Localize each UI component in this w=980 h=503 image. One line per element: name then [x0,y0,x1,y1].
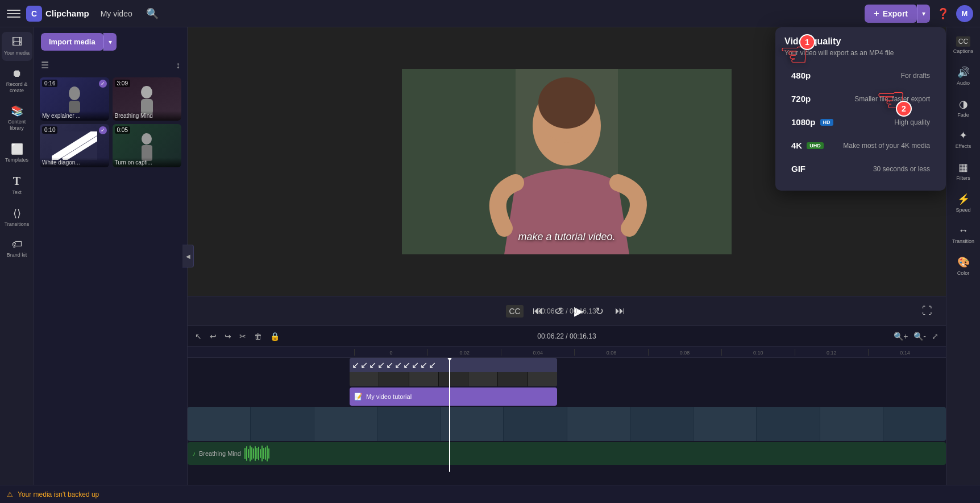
timeline-toolbar: ↖ ↩ ↪ ✂ 🗑 🔒 00:06.22 / 00:16.13 🔍+ 🔍- ⤢ [188,326,946,347]
media-duration-explainer: 0:16 [42,80,57,87]
topbar-left: C Clipchamp My video 🔍 [7,5,161,22]
music-track[interactable]: ♪ Breathing Mind [188,442,946,465]
main-video-track[interactable] [188,407,946,441]
sidebar-item-content-library[interactable]: 📚 Content library [2,100,32,136]
undo-button[interactable]: ↩ [208,330,218,343]
media-duration-breathing: 3:09 [115,80,130,87]
fullscreen-button[interactable]: ⛶ [920,303,935,319]
sidebar-item-color[interactable]: 🎨 Color [948,252,979,281]
ruler-mark-0: 0 [354,349,427,356]
export-caret-button[interactable]: ▾ [917,5,930,23]
ruler-marks: 0 0:02 0:04 0:06 0:08 0:10 0:12 0:14 [354,349,941,356]
sidebar-item-speed[interactable]: ⚡ Speed [948,188,979,218]
quality-option-1080p[interactable]: 1080p HD High quality [784,112,937,133]
ruler-mark-6: 0:12 [795,349,868,356]
sidebar-item-filters[interactable]: ▦ Filters [948,156,979,186]
quality-option-4k[interactable]: 4K UHD Make most of your 4K media [784,135,937,156]
color-icon: 🎨 [957,256,970,269]
ruler-mark-3: 0:06 [574,349,647,356]
sidebar-item-effects[interactable]: ✦ Effects [948,125,979,154]
media-item-captions[interactable]: 0:05 Turn on capti... [113,124,182,167]
content-library-icon: 📚 [11,105,23,117]
avatar[interactable]: M [956,5,973,22]
music-clip[interactable]: ♪ Breathing Mind [188,442,946,465]
collapse-panel-button[interactable]: ◀ [182,245,194,267]
svg-point-14 [538,77,595,129]
vframe-10 [757,407,820,441]
timecode-total: 00:16.13 [570,307,596,315]
quality-desc-480p: For drafts [901,72,930,80]
sort-icon[interactable]: ↕ [176,60,180,71]
export-button[interactable]: + Export [865,5,917,23]
zoom-out-button[interactable]: 🔍- [912,330,928,343]
timeline: ↖ ↩ ↪ ✂ 🗑 🔒 00:06.22 / 00:16.13 🔍+ 🔍- ⤢ … [188,325,946,485]
cut-tool-button[interactable]: ✂ [238,330,248,343]
sidebar-item-your-media[interactable]: 🎞 Your media [2,32,32,61]
main-video-clip[interactable] [188,407,946,441]
export-dropdown-title: Video quality [784,36,937,47]
preview-scene-svg [402,69,732,254]
video-title[interactable]: My video [95,7,138,20]
wave-7 [255,446,256,461]
filter-icon[interactable]: ☰ [41,60,49,71]
export-label: Export [883,9,908,18]
media-item-white-diag[interactable]: 0:10 White diagon... ✓ [40,124,109,167]
skip-to-end-button[interactable]: ⏭ [613,303,628,319]
sidebar-item-templates[interactable]: ⬜ Templates [2,138,32,168]
media-grid: 0:16 My explainer ... ✓ 3:09 Breathing M… [34,74,187,171]
sidebar-item-transition-right[interactable]: ↔ Transition [948,220,979,249]
audio-icon: 🔊 [957,66,970,79]
help-button[interactable]: ❓ [935,5,952,22]
lock-button[interactable]: 🔒 [268,330,281,343]
sidebar-item-transitions[interactable]: ⟨⟩ Transitions [2,203,32,232]
wave-2 [246,446,247,461]
text-clip-label: My video tutorial [366,393,412,400]
frame-1 [350,372,379,386]
quality-option-720p[interactable]: 720p Smaller file, faster export [784,88,937,109]
captions-toggle-button[interactable]: CC [506,305,523,318]
import-media-button[interactable]: Import media [41,33,103,51]
sidebar-label-speed: Speed [956,207,970,213]
plus-icon: + [874,9,879,19]
fit-timeline-button[interactable]: ⤢ [930,330,940,343]
sidebar-item-text[interactable]: T Text [2,170,32,200]
redo-button[interactable]: ↪ [223,330,233,343]
quality-left-4k: 4K UHD [791,141,824,150]
sidebar-item-audio[interactable]: 🔊 Audio [948,61,979,91]
video-subtitle: make a tutorial video. [518,231,615,243]
sidebar-item-record-create[interactable]: ⏺ Record & create [2,63,32,98]
subtitle-text: make a tutorial video. [518,231,615,242]
sidebar-item-captions[interactable]: CC Captions [948,32,979,59]
wave-14 [267,446,268,462]
search-button[interactable]: 🔍 [144,5,161,22]
hamburger-menu-button[interactable] [7,7,20,20]
sidebar-item-brand-kit[interactable]: 🏷 Brand kit [2,234,32,263]
wave-5 [251,447,252,460]
sidebar-label-templates: Templates [5,157,28,163]
quality-option-gif[interactable]: GIF 30 seconds or less [784,158,937,179]
export-group: + Export ▾ [865,5,930,23]
quality-option-480p[interactable]: 480p For drafts [784,65,937,86]
delete-button[interactable]: 🗑 [252,330,264,343]
waveform [244,442,941,465]
media-check-white-diag: ✓ [99,126,107,134]
music-icon: ♪ [192,450,196,457]
sidebar-label-effects: Effects [956,143,971,150]
quality-left-1080p: 1080p HD [791,117,833,127]
media-item-breathing[interactable]: 3:09 Breathing Mind [113,77,182,121]
text-clip-icon: 📝 [354,393,363,401]
arrows-track[interactable]: ↙ ↙ ↙ ↙ ↙ ↙ ↙ ↙ ↙ ↙ [188,358,946,386]
filters-icon: ▦ [958,161,968,174]
text-clip[interactable]: 📝 My video tutorial [350,387,557,406]
vframe-9 [694,407,757,441]
frame-6 [498,372,528,386]
media-item-explainer[interactable]: 0:16 My explainer ... ✓ [40,77,109,121]
text-track[interactable]: 📝 My video tutorial [188,387,946,406]
select-tool-button[interactable]: ↖ [193,330,204,343]
zoom-in-button[interactable]: 🔍+ [892,330,910,343]
arrows-clip[interactable]: ↙ ↙ ↙ ↙ ↙ ↙ ↙ ↙ ↙ ↙ [350,358,557,386]
import-caret-button[interactable]: ▾ [103,33,117,51]
arrow-8: ↙ [412,360,419,370]
captions-icon: CC [956,36,970,47]
sidebar-item-fade[interactable]: ◑ Fade [948,93,979,123]
